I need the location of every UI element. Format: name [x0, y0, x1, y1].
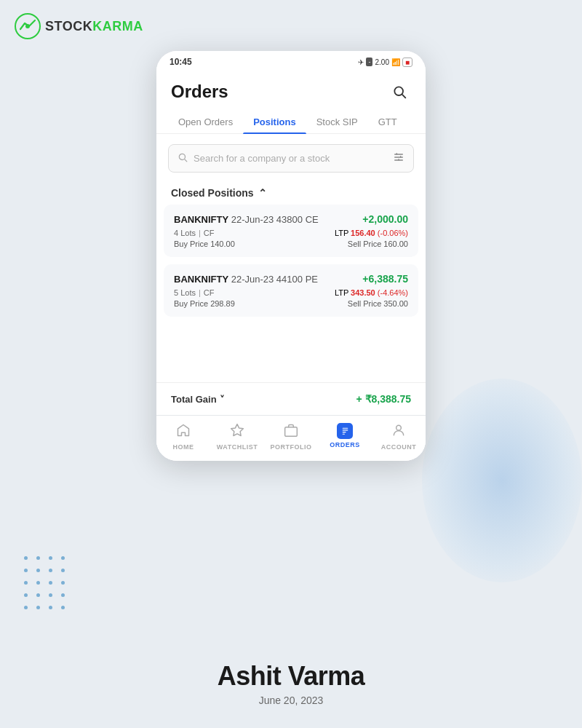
bg-decoration	[422, 379, 582, 582]
total-gain-value: + ₹8,388.75	[356, 393, 411, 405]
total-gain-label[interactable]: Total Gain ˅	[171, 394, 225, 405]
svg-line-3	[402, 95, 405, 98]
position-gain-2: +6,388.75	[362, 273, 408, 285]
sell-price-1: Sell Price 160.00	[348, 240, 408, 248]
position-name-1: BANKNIFTY 22-Jun-23 43800 CE	[174, 214, 319, 225]
svg-point-4	[179, 154, 185, 159]
svg-rect-15	[342, 430, 348, 430]
nav-watchlist-label: WATCHLIST	[217, 443, 258, 451]
home-icon	[176, 423, 191, 441]
logo-stock-text: STOCK	[45, 19, 92, 33]
logo-karma-text: KARMA	[92, 19, 143, 33]
position-lots-1: 4 Lots|CF	[174, 229, 215, 237]
nav-account-label: ACCOUNT	[381, 443, 417, 451]
position-ltp-1: LTP 156.40 (-0.06%)	[335, 229, 408, 237]
creator-section: Ashit Varma June 20, 2023	[0, 661, 582, 706]
nav-portfolio-label: PORTFOLIO	[271, 443, 312, 451]
filter-icon[interactable]	[393, 151, 404, 165]
svg-point-2	[394, 87, 403, 95]
svg-rect-13	[285, 427, 298, 437]
search-button[interactable]	[388, 80, 411, 103]
position-card-1[interactable]: BANKNIFTY 22-Jun-23 43800 CE +2,000.00 4…	[164, 205, 418, 257]
sell-price-2: Sell Price 350.00	[348, 299, 408, 308]
orders-title: Orders	[171, 82, 228, 102]
positions-list: BANKNIFTY 22-Jun-23 43800 CE +2,000.00 4…	[156, 205, 426, 317]
position-lots-2: 5 Lots|CF	[174, 288, 215, 297]
phone-mockup: 10:45 ✈ - 2.00 📶 ■ Orders Open Orders Po…	[156, 51, 426, 461]
nav-portfolio[interactable]: PORTFOLIO	[264, 420, 318, 454]
closed-positions-header: Closed Positions ⌃	[156, 180, 426, 205]
status-time: 10:45	[170, 57, 192, 67]
tab-stock-sip[interactable]: Stock SIP	[306, 111, 368, 133]
nav-home-label: HOME	[173, 443, 194, 451]
svg-point-18	[396, 425, 402, 430]
position-name-2: BANKNIFTY 22-Jun-23 44100 PE	[174, 274, 318, 285]
nav-account[interactable]: ACCOUNT	[372, 420, 426, 454]
search-bar[interactable]: Search for a company or a stock	[168, 144, 414, 173]
search-bar-icon	[178, 152, 188, 165]
status-icons: ✈ - 2.00 📶 ■	[358, 58, 412, 67]
tabs-row: Open Orders Positions Stock SIP GTT	[156, 111, 426, 134]
buy-price-2: Buy Price 298.89	[174, 299, 235, 308]
nav-watchlist[interactable]: WATCHLIST	[210, 420, 264, 454]
tab-gtt[interactable]: GTT	[368, 111, 407, 133]
search-input-placeholder: Search for a company or a stock	[194, 153, 393, 164]
position-card-2[interactable]: BANKNIFTY 22-Jun-23 44100 PE +6,388.75 5…	[164, 264, 418, 317]
portfolio-icon	[284, 423, 298, 441]
svg-point-1	[25, 24, 30, 28]
nav-orders[interactable]: ORDERS	[318, 420, 372, 454]
bottom-nav: HOME WATCHLIST PORTFOLIO	[156, 415, 426, 461]
total-gain-bar: Total Gain ˅ + ₹8,388.75	[156, 382, 426, 415]
position-gain-1: +2,000.00	[362, 213, 408, 225]
logo-icon	[15, 13, 41, 39]
svg-line-5	[185, 159, 187, 162]
orders-icon	[337, 423, 353, 439]
tab-open-orders[interactable]: Open Orders	[168, 111, 243, 133]
nav-home[interactable]: HOME	[156, 420, 210, 454]
svg-marker-12	[231, 424, 244, 436]
watchlist-icon	[230, 423, 244, 441]
svg-rect-16	[342, 432, 346, 432]
account-icon	[391, 423, 406, 441]
nav-orders-label: ORDERS	[330, 441, 360, 448]
position-ltp-2: LTP 343.50 (-4.64%)	[335, 288, 408, 297]
orders-header: Orders	[156, 70, 426, 111]
status-bar: 10:45 ✈ - 2.00 📶 ■	[156, 51, 426, 70]
creator-date: June 20, 2023	[0, 695, 582, 706]
svg-rect-14	[342, 427, 348, 428]
bg-dots	[22, 554, 67, 612]
buy-price-1: Buy Price 140.00	[174, 240, 235, 248]
creator-name: Ashit Varma	[0, 661, 582, 692]
app-logo: STOCKKARMA	[15, 13, 143, 39]
tab-positions[interactable]: Positions	[243, 111, 306, 133]
svg-rect-17	[342, 433, 344, 434]
